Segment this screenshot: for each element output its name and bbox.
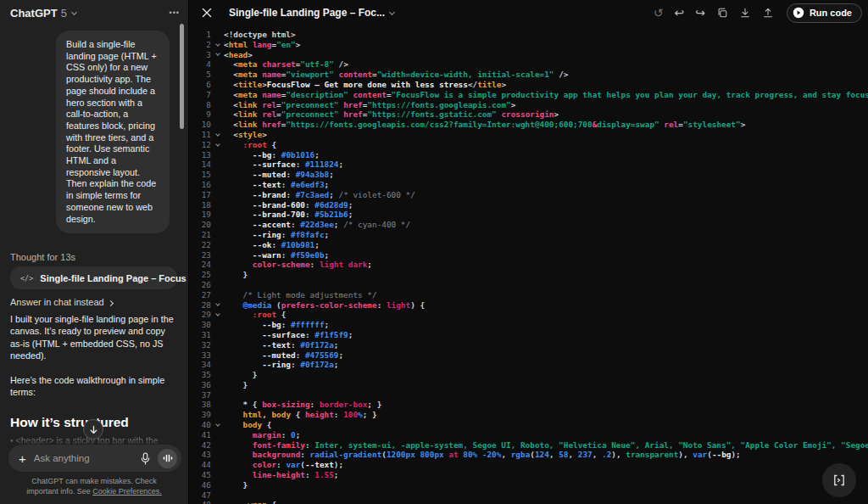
share-icon[interactable]: [762, 7, 774, 19]
fold-gutter: [211, 500, 224, 504]
redo-icon[interactable]: ↪: [695, 7, 705, 19]
copy-icon[interactable]: [716, 7, 728, 19]
line-number: 2: [189, 40, 211, 50]
fold-caret-icon[interactable]: [215, 142, 220, 147]
voice-mode-button[interactable]: [158, 449, 177, 468]
code-line: 45 line-height: 1.55;: [189, 470, 868, 480]
fold-caret-icon[interactable]: [215, 422, 220, 427]
chat-composer[interactable]: +: [8, 445, 181, 472]
chat-scrollbar[interactable]: [180, 24, 184, 129]
line-number: 43: [189, 450, 211, 460]
fold-gutter: [211, 400, 224, 410]
fold-caret-icon[interactable]: [215, 42, 220, 47]
line-number: 15: [189, 170, 211, 180]
fold-gutter: [211, 360, 224, 370]
canvas-document-card[interactable]: </> Single-file Landing Page – Focus: [10, 266, 177, 289]
more-options-icon[interactable]: •••: [170, 8, 180, 17]
code-text: --brand: #7c3aed; /* violet-600 */: [224, 190, 415, 200]
code-line: 26: [189, 280, 868, 290]
version-history-icon[interactable]: ↺: [654, 7, 664, 19]
line-number: 18: [189, 200, 211, 210]
download-icon[interactable]: [739, 7, 751, 19]
code-line: 30 --bg: #ffffff;: [189, 320, 868, 330]
line-number: 11: [189, 130, 211, 140]
fold-gutter: [211, 70, 224, 80]
fold-gutter: [211, 430, 224, 440]
line-number: 19: [189, 210, 211, 220]
thought-duration[interactable]: Thought for 13s: [10, 252, 75, 262]
fold-gutter: [211, 410, 224, 420]
fold-caret-icon[interactable]: [215, 132, 220, 137]
user-message-bubble: Build a single-file landing page (HTML +…: [56, 31, 170, 233]
code-line: 33 --muted: #475569;: [189, 350, 868, 361]
line-number: 10: [189, 120, 211, 130]
chat-header: ChatGPT 5 •••: [0, 0, 188, 25]
fold-gutter: [211, 420, 224, 430]
console-toggle-button[interactable]: [822, 463, 856, 497]
fold-gutter: [211, 480, 224, 490]
assistant-paragraph: Here’s the code walkthrough in simple te…: [10, 374, 178, 399]
code-line: 12 :root {: [189, 140, 868, 150]
code-text: --muted: #475569;: [224, 350, 343, 361]
code-text: font-family: Inter, system-ui, -apple-sy…: [224, 440, 868, 451]
code-line: 10 <link href="https://fonts.googleapis.…: [189, 120, 868, 130]
code-editor[interactable]: 1<!doctype html>2<html lang="en">3<head>…: [189, 25, 868, 504]
document-title-dropdown[interactable]: Single-file Landing Page – Foc...: [229, 7, 394, 19]
code-line: 38 * { box-sizing: border-box; }: [189, 400, 868, 410]
line-number: 17: [189, 190, 211, 200]
fold-gutter: [211, 140, 224, 150]
code-line: 24 color-scheme: light dark;: [189, 260, 868, 270]
fold-gutter: [211, 310, 224, 320]
brackets-icon: [832, 473, 846, 487]
undo-icon[interactable]: ↩: [674, 7, 684, 19]
line-number: 9: [189, 109, 211, 120]
attach-plus-icon[interactable]: +: [19, 451, 26, 466]
line-number: 42: [189, 440, 211, 451]
code-line: 28 @media (prefers-color-scheme: light) …: [189, 300, 868, 311]
canvas-card-title: Single-file Landing Page – Focus: [40, 273, 186, 283]
code-text: <meta name="viewport" content="width=dev…: [224, 70, 568, 80]
scroll-to-bottom-button[interactable]: [83, 419, 103, 440]
line-number: 47: [189, 490, 211, 501]
line-number: 44: [189, 460, 211, 470]
fold-caret-icon[interactable]: [215, 302, 220, 307]
run-code-button[interactable]: Run code: [787, 3, 862, 23]
microphone-icon[interactable]: [140, 452, 151, 465]
fold-caret-icon[interactable]: [215, 311, 220, 316]
code-text: <link href="https://fonts.googleapis.com…: [224, 120, 745, 130]
line-number: 28: [189, 300, 211, 311]
code-line: 11 <style>: [189, 130, 868, 140]
line-number: 32: [189, 340, 211, 350]
play-circle-icon: [793, 7, 804, 19]
code-line: 25 }: [189, 270, 868, 280]
fold-gutter: [211, 320, 224, 330]
fold-gutter: [211, 120, 224, 130]
fold-gutter: [211, 470, 224, 480]
code-text: <meta name="description" content="FocusF…: [224, 90, 868, 100]
chat-input[interactable]: [34, 453, 140, 463]
line-number: 36: [189, 380, 211, 390]
code-line: 23 --warn: #f59e0b;: [189, 250, 868, 260]
cookie-preferences-link[interactable]: Cookie Preferences.: [92, 487, 162, 496]
line-number: 37: [189, 390, 211, 400]
answer-in-chat-link[interactable]: Answer in chat instead: [10, 297, 113, 307]
code-line: 15 --muted: #94a3b8;: [189, 170, 868, 180]
code-text: --ok: #10b981;: [224, 240, 320, 250]
arrow-down-icon: [89, 425, 98, 434]
line-number: 14: [189, 160, 211, 170]
code-line: 27 /* Light mode adjustments */: [189, 290, 868, 300]
close-canvas-button[interactable]: [202, 8, 212, 18]
code-text: :root {: [224, 140, 276, 150]
line-number: 30: [189, 320, 211, 330]
code-line: 6 <title>FocusFlow — Get more done with …: [189, 80, 868, 90]
line-number: 33: [189, 350, 211, 361]
code-text: --surface: #f1f5f9;: [224, 330, 353, 340]
chat-panel: ChatGPT 5 ••• Build a single-file landin…: [0, 0, 188, 504]
line-number: 20: [189, 220, 211, 230]
fold-caret-icon[interactable]: [215, 52, 220, 57]
fold-gutter: [211, 190, 224, 200]
code-text: --bg: #0b1016;: [224, 150, 320, 160]
model-selector[interactable]: ChatGPT: [10, 7, 58, 20]
code-line: 7 <meta name="description" content="Focu…: [189, 90, 868, 100]
line-number: 27: [189, 290, 211, 300]
